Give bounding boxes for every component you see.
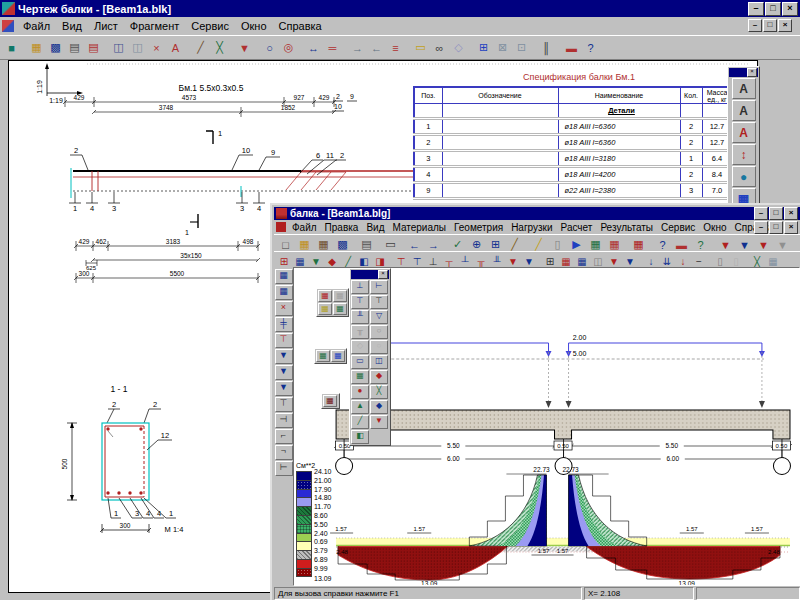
rail-button[interactable]: ╪ — [275, 317, 293, 332]
lc-yellow[interactable]: ▦ — [318, 303, 332, 315]
plate-button[interactable]: ◫ — [370, 355, 388, 369]
force-down-button[interactable]: ↓ — [643, 254, 659, 268]
results-button[interactable]: ▦ — [765, 254, 781, 268]
ruler-button[interactable]: ═ — [323, 39, 342, 56]
pencil-green-button[interactable]: ╱ — [351, 415, 369, 429]
lc-blue[interactable]: ▦ — [331, 350, 345, 362]
delete-button[interactable]: × — [275, 301, 293, 316]
menu-item[interactable]: Геометрия — [450, 222, 507, 233]
prev-sheet-button[interactable]: ← — [367, 39, 386, 56]
load1-button[interactable]: ▼ — [275, 349, 293, 364]
menu-item[interactable]: Вид — [56, 19, 88, 33]
menu-item[interactable]: Сервис — [185, 19, 235, 33]
menu-item[interactable]: Результаты — [596, 222, 657, 233]
mdi-close-button[interactable]: × — [778, 19, 792, 32]
menu-item[interactable]: Материалы — [388, 222, 450, 233]
support-left-button[interactable]: ⊥ — [351, 280, 369, 294]
insert-fragment-button[interactable]: ▼ — [235, 39, 254, 56]
grid-dots-button[interactable]: ⊡ — [512, 39, 531, 56]
load-dist2-button[interactable]: ▼ — [521, 254, 537, 268]
lc-dark-red[interactable]: ▦ — [323, 395, 337, 407]
mdi-restore-button[interactable]: □ — [763, 19, 777, 32]
save-button[interactable]: ▩ — [46, 39, 65, 56]
supports-button[interactable]: ◨ — [372, 254, 388, 268]
geometry-button[interactable]: ╱ — [340, 254, 356, 268]
panel3-button[interactable]: ▯ — [728, 254, 744, 268]
text-doc-button[interactable]: A — [732, 122, 756, 143]
load-point-button[interactable]: ╥ — [473, 254, 489, 268]
load-grid-button[interactable]: ⊞ — [542, 254, 558, 268]
ghost2-button[interactable]: ○ — [370, 340, 388, 354]
menu-item[interactable]: Справка — [273, 19, 328, 33]
copy-fragment-button[interactable]: ◫ — [109, 39, 128, 56]
context-help-button[interactable]: ? — [581, 39, 600, 56]
menu-item[interactable]: Окно — [699, 222, 730, 233]
support-button[interactable]: ⊤ — [275, 333, 293, 348]
menu-item[interactable]: Правка — [321, 222, 363, 233]
tri-green-button[interactable]: ▲ — [351, 400, 369, 414]
load-dist-button[interactable]: ▼ — [505, 254, 521, 268]
mdi-child-icon[interactable] — [276, 222, 286, 232]
force-red-button[interactable]: ↓ — [675, 254, 691, 268]
load-combo2-button[interactable]: ▦ — [574, 254, 590, 268]
exit-button[interactable]: ■ — [2, 39, 21, 56]
close-icon[interactable]: × — [747, 68, 757, 77]
menu-item[interactable]: Фрагмент — [124, 19, 185, 33]
grid-button[interactable]: ⊞ — [474, 39, 493, 56]
lc-green2[interactable]: ▦ — [316, 350, 330, 362]
half-green-button[interactable]: ◧ — [351, 430, 369, 444]
bracket3-button[interactable]: ¬ — [275, 445, 293, 460]
sections-button[interactable]: ▦ — [292, 254, 308, 268]
hinge-button[interactable]: ╥ — [351, 325, 369, 339]
minimize-button[interactable]: – — [754, 207, 768, 220]
bracket2-button[interactable]: ⌐ — [275, 429, 293, 444]
tri-red-button[interactable]: ▼ — [370, 415, 388, 429]
balka-titlebar[interactable]: балка - [Beam1a.blg] – □ × — [274, 207, 800, 220]
hinge2-button[interactable]: ┴ — [457, 254, 473, 268]
close-button[interactable]: × — [782, 2, 798, 16]
beam-button[interactable]: ▭ — [351, 355, 369, 369]
support2-button[interactable]: ⊤ — [275, 397, 293, 412]
view-grid-button[interactable]: ▦ — [275, 269, 293, 284]
column-button[interactable]: ╨ — [351, 310, 369, 324]
diamond-blue-button[interactable]: ◆ — [370, 400, 388, 414]
lc-gray[interactable]: ▦ — [333, 290, 347, 302]
panel2-button[interactable]: ▯ — [712, 254, 728, 268]
support-right-button[interactable]: ⊢ — [370, 280, 388, 294]
bracket4-button[interactable]: ⊢ — [275, 461, 293, 476]
lc-green[interactable]: ▦ — [333, 303, 347, 315]
load3-button[interactable]: ▼ — [275, 381, 293, 396]
diamond-button[interactable]: ◆ — [370, 370, 388, 384]
moment2-button[interactable]: ▼ — [622, 254, 638, 268]
rail-dim-button[interactable]: ≡ — [386, 39, 405, 56]
minimize-button[interactable]: – — [748, 2, 764, 16]
mdi-minimize-button[interactable]: – — [754, 221, 768, 234]
node-button[interactable]: ○ — [370, 325, 388, 339]
load-point2-button[interactable]: ╨ — [489, 254, 505, 268]
mdi-minimize-button[interactable]: – — [748, 19, 762, 32]
column2-button[interactable]: ▽ — [370, 310, 388, 324]
print-button[interactable]: ▤ — [65, 39, 84, 56]
zoom-extents-button[interactable]: ◎ — [279, 39, 298, 56]
support-roller-button[interactable]: ⊥ — [425, 254, 441, 268]
circle-red-button[interactable]: ● — [351, 385, 369, 399]
dimension-button[interactable]: ↕ — [732, 144, 756, 165]
next-sheet-button[interactable]: → — [348, 39, 367, 56]
cross-green-button[interactable]: ╳ — [370, 385, 388, 399]
pan-horizontal-button[interactable]: ↔ — [304, 39, 323, 56]
view-grid2-button[interactable]: ▦ — [275, 285, 293, 300]
menu-item[interactable]: Нагрузки — [507, 222, 556, 233]
book-button[interactable]: ▬ — [562, 39, 581, 56]
support-fixed-button[interactable]: ⊤ — [370, 295, 388, 309]
close-icon[interactable]: × — [378, 270, 388, 279]
grid-cut-button[interactable]: ⊠ — [493, 39, 512, 56]
menu-item[interactable]: Окно — [235, 19, 273, 33]
ghost1-button[interactable]: ◇ — [351, 340, 369, 354]
materials-button[interactable]: ⊞ — [276, 254, 292, 268]
load-combo-button[interactable]: ▦ — [558, 254, 574, 268]
palette-titlebar[interactable]: × — [351, 270, 389, 279]
zoom-button[interactable]: ○ — [260, 39, 279, 56]
dash-button[interactable]: − — [691, 254, 707, 268]
mdi-restore-button[interactable]: □ — [769, 221, 783, 234]
hinge-button[interactable]: ┬ — [441, 254, 457, 268]
